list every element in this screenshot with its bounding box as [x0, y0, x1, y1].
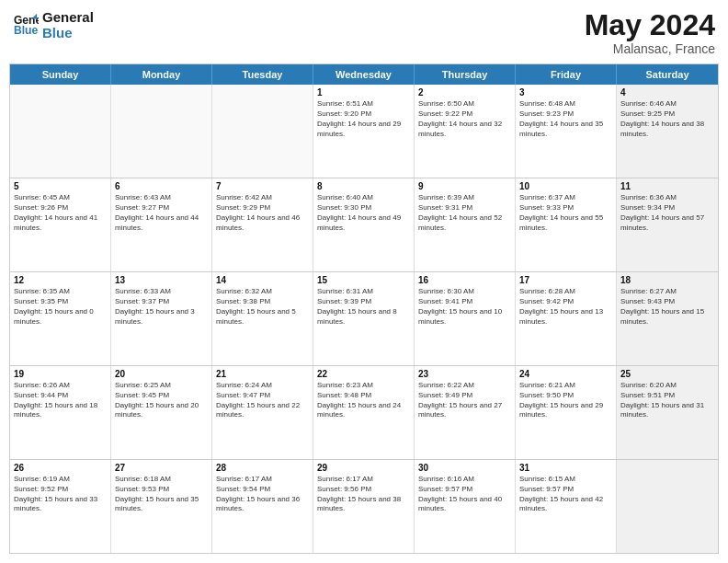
day-number: 17 [519, 275, 612, 285]
calendar-cell-2-5: 17Sunrise: 6:28 AMSunset: 9:42 PMDayligh… [516, 272, 617, 365]
col-header-sunday: Sunday [10, 64, 111, 85]
cell-info: Sunrise: 6:17 AMSunset: 9:56 PMDaylight:… [317, 475, 410, 514]
calendar-header: SundayMondayTuesdayWednesdayThursdayFrid… [10, 64, 718, 85]
cell-info: Sunrise: 6:31 AMSunset: 9:39 PMDaylight:… [317, 287, 410, 327]
day-number: 8 [317, 181, 410, 191]
day-number: 16 [418, 275, 511, 285]
logo: General Blue General Blue [13, 9, 94, 41]
calendar-cell-3-3: 22Sunrise: 6:23 AMSunset: 9:48 PMDayligh… [313, 366, 415, 459]
cell-info: Sunrise: 6:23 AMSunset: 9:48 PMDaylight:… [317, 381, 410, 420]
cell-info: Sunrise: 6:35 AMSunset: 9:35 PMDaylight:… [14, 287, 107, 327]
calendar-cell-0-0 [10, 85, 111, 178]
cell-info: Sunrise: 6:19 AMSunset: 9:52 PMDaylight:… [14, 475, 107, 514]
calendar-cell-2-1: 13Sunrise: 6:33 AMSunset: 9:37 PMDayligh… [111, 272, 212, 365]
calendar-row-0: 1Sunrise: 6:51 AMSunset: 9:20 PMDaylight… [10, 85, 718, 178]
calendar-cell-1-1: 6Sunrise: 6:43 AMSunset: 9:27 PMDaylight… [111, 178, 212, 271]
header: General Blue General Blue May 2024 Malan… [9, 9, 719, 56]
calendar-cell-1-3: 8Sunrise: 6:40 AMSunset: 9:30 PMDaylight… [313, 178, 415, 271]
main-title: May 2024 [585, 9, 715, 41]
calendar-cell-2-2: 14Sunrise: 6:32 AMSunset: 9:38 PMDayligh… [212, 272, 313, 365]
day-number: 12 [14, 275, 107, 285]
day-number: 6 [115, 181, 208, 191]
day-number: 25 [620, 369, 714, 379]
day-number: 23 [418, 369, 511, 379]
col-header-friday: Friday [516, 64, 617, 85]
day-number: 31 [519, 463, 612, 473]
cell-info: Sunrise: 6:37 AMSunset: 9:33 PMDaylight:… [519, 193, 612, 233]
calendar-row-2: 12Sunrise: 6:35 AMSunset: 9:35 PMDayligh… [10, 271, 718, 365]
day-number: 5 [14, 181, 107, 191]
cell-info: Sunrise: 6:18 AMSunset: 9:53 PMDaylight:… [115, 475, 208, 514]
calendar-cell-4-1: 27Sunrise: 6:18 AMSunset: 9:53 PMDayligh… [111, 460, 212, 553]
svg-text:Blue: Blue [14, 25, 39, 38]
calendar-row-4: 26Sunrise: 6:19 AMSunset: 9:52 PMDayligh… [10, 459, 718, 553]
calendar-cell-1-5: 10Sunrise: 6:37 AMSunset: 9:33 PMDayligh… [516, 178, 617, 271]
calendar-cell-1-0: 5Sunrise: 6:45 AMSunset: 9:26 PMDaylight… [10, 178, 111, 271]
day-number: 24 [519, 369, 612, 379]
calendar-cell-3-6: 25Sunrise: 6:20 AMSunset: 9:51 PMDayligh… [617, 366, 718, 459]
calendar-row-1: 5Sunrise: 6:45 AMSunset: 9:26 PMDaylight… [10, 178, 718, 271]
cell-info: Sunrise: 6:20 AMSunset: 9:51 PMDaylight:… [620, 381, 714, 420]
calendar-cell-4-5: 31Sunrise: 6:15 AMSunset: 9:57 PMDayligh… [516, 460, 617, 553]
cell-info: Sunrise: 6:28 AMSunset: 9:42 PMDaylight:… [519, 287, 612, 327]
calendar-cell-0-6: 4Sunrise: 6:46 AMSunset: 9:25 PMDaylight… [617, 85, 718, 178]
cell-info: Sunrise: 6:36 AMSunset: 9:34 PMDaylight:… [620, 193, 714, 233]
cell-info: Sunrise: 6:27 AMSunset: 9:43 PMDaylight:… [620, 287, 714, 327]
day-number: 3 [519, 87, 612, 98]
calendar-cell-2-3: 15Sunrise: 6:31 AMSunset: 9:39 PMDayligh… [313, 272, 415, 365]
day-number: 2 [418, 87, 511, 98]
col-header-thursday: Thursday [415, 64, 516, 85]
day-number: 15 [317, 275, 410, 285]
calendar: SundayMondayTuesdayWednesdayThursdayFrid… [9, 63, 719, 554]
col-header-saturday: Saturday [617, 64, 718, 85]
calendar-cell-2-4: 16Sunrise: 6:30 AMSunset: 9:41 PMDayligh… [415, 272, 516, 365]
calendar-cell-3-5: 24Sunrise: 6:21 AMSunset: 9:50 PMDayligh… [516, 366, 617, 459]
day-number: 9 [418, 181, 511, 191]
cell-info: Sunrise: 6:40 AMSunset: 9:30 PMDaylight:… [317, 193, 410, 233]
cell-info: Sunrise: 6:42 AMSunset: 9:29 PMDaylight:… [216, 193, 309, 233]
day-number: 18 [620, 275, 714, 285]
calendar-cell-2-0: 12Sunrise: 6:35 AMSunset: 9:35 PMDayligh… [10, 272, 111, 365]
cell-info: Sunrise: 6:39 AMSunset: 9:31 PMDaylight:… [418, 193, 511, 233]
calendar-cell-4-0: 26Sunrise: 6:19 AMSunset: 9:52 PMDayligh… [10, 460, 111, 553]
cell-info: Sunrise: 6:48 AMSunset: 9:23 PMDaylight:… [519, 99, 612, 139]
cell-info: Sunrise: 6:15 AMSunset: 9:57 PMDaylight:… [519, 475, 612, 514]
col-header-tuesday: Tuesday [212, 64, 313, 85]
day-number: 4 [620, 87, 714, 98]
calendar-cell-0-1 [111, 85, 212, 178]
calendar-body: 1Sunrise: 6:51 AMSunset: 9:20 PMDaylight… [10, 85, 718, 553]
day-number: 7 [216, 181, 309, 191]
cell-info: Sunrise: 6:25 AMSunset: 9:45 PMDaylight:… [115, 381, 208, 420]
calendar-cell-2-6: 18Sunrise: 6:27 AMSunset: 9:43 PMDayligh… [617, 272, 718, 365]
day-number: 11 [620, 181, 714, 191]
col-header-monday: Monday [111, 64, 212, 85]
day-number: 29 [317, 463, 410, 473]
calendar-cell-4-3: 29Sunrise: 6:17 AMSunset: 9:56 PMDayligh… [313, 460, 415, 553]
cell-info: Sunrise: 6:46 AMSunset: 9:25 PMDaylight:… [620, 99, 714, 139]
calendar-cell-1-6: 11Sunrise: 6:36 AMSunset: 9:34 PMDayligh… [617, 178, 718, 271]
calendar-cell-1-4: 9Sunrise: 6:39 AMSunset: 9:31 PMDaylight… [415, 178, 516, 271]
calendar-cell-3-1: 20Sunrise: 6:25 AMSunset: 9:45 PMDayligh… [111, 366, 212, 459]
cell-info: Sunrise: 6:45 AMSunset: 9:26 PMDaylight:… [14, 193, 107, 233]
cell-info: Sunrise: 6:21 AMSunset: 9:50 PMDaylight:… [519, 381, 612, 420]
title-block: May 2024 Malansac, France [585, 9, 715, 56]
cell-info: Sunrise: 6:24 AMSunset: 9:47 PMDaylight:… [216, 381, 309, 420]
cell-info: Sunrise: 6:17 AMSunset: 9:54 PMDaylight:… [216, 475, 309, 514]
day-number: 20 [115, 369, 208, 379]
calendar-cell-0-4: 2Sunrise: 6:50 AMSunset: 9:22 PMDaylight… [415, 85, 516, 178]
calendar-cell-4-4: 30Sunrise: 6:16 AMSunset: 9:57 PMDayligh… [415, 460, 516, 553]
logo-icon: General Blue [13, 12, 39, 38]
day-number: 28 [216, 463, 309, 473]
cell-info: Sunrise: 6:43 AMSunset: 9:27 PMDaylight:… [115, 193, 208, 233]
page: General Blue General Blue May 2024 Malan… [0, 0, 728, 563]
calendar-cell-0-3: 1Sunrise: 6:51 AMSunset: 9:20 PMDaylight… [313, 85, 415, 178]
calendar-cell-4-2: 28Sunrise: 6:17 AMSunset: 9:54 PMDayligh… [212, 460, 313, 553]
day-number: 27 [115, 463, 208, 473]
calendar-cell-3-2: 21Sunrise: 6:24 AMSunset: 9:47 PMDayligh… [212, 366, 313, 459]
calendar-cell-1-2: 7Sunrise: 6:42 AMSunset: 9:29 PMDaylight… [212, 178, 313, 271]
day-number: 26 [14, 463, 107, 473]
cell-info: Sunrise: 6:50 AMSunset: 9:22 PMDaylight:… [418, 99, 511, 139]
cell-info: Sunrise: 6:22 AMSunset: 9:49 PMDaylight:… [418, 381, 511, 420]
day-number: 13 [115, 275, 208, 285]
day-number: 19 [14, 369, 107, 379]
